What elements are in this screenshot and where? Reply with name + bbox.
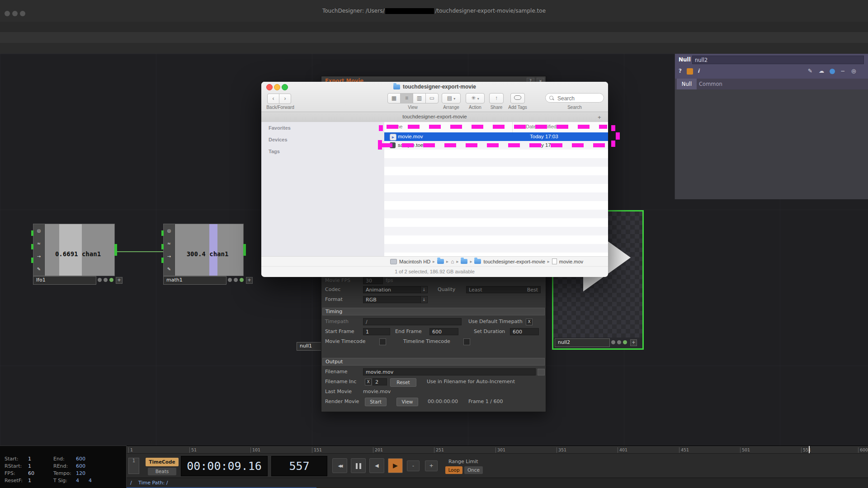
node-null2-label[interactable]: null2	[555, 338, 610, 347]
use-default-timepath-checkbox[interactable]: X	[526, 319, 533, 325]
view-movie-button[interactable]: View	[396, 398, 418, 406]
node-flag-dot[interactable]	[228, 278, 232, 282]
node-lfo1-label[interactable]: lfo1	[33, 276, 96, 285]
filename-field[interactable]: movie.mov	[363, 368, 536, 375]
pencil-icon[interactable]: ✎	[808, 68, 812, 74]
beats-mode-button[interactable]: Beats	[148, 468, 176, 475]
node-flag-dot[interactable]	[104, 278, 108, 282]
graph-icon[interactable]: ≈	[37, 241, 41, 246]
timecode-display[interactable]: 00:00:09.16	[181, 456, 268, 476]
folder-icon[interactable]	[437, 259, 444, 264]
path-item-disk[interactable]: Macintosh HD	[399, 259, 430, 264]
output-connector[interactable]	[114, 244, 117, 256]
rstart-value[interactable]: 1	[28, 463, 31, 469]
node-flag-dot[interactable]	[240, 278, 244, 282]
input-connector[interactable]	[31, 258, 33, 263]
rend-value[interactable]: 600	[76, 463, 85, 469]
arrow-icon[interactable]: →	[167, 254, 171, 259]
search-input[interactable]	[557, 94, 604, 103]
input-connector[interactable]	[31, 230, 33, 236]
node-add-button[interactable]: +	[630, 339, 637, 346]
share-button[interactable]: ↑	[489, 93, 504, 103]
node-flag-dot[interactable]	[234, 278, 238, 282]
tab-common[interactable]: Common	[697, 79, 725, 89]
fps-value[interactable]: 60	[28, 470, 34, 476]
sidebar-section-tags[interactable]: Tags	[269, 149, 280, 154]
new-tab-button[interactable]: +	[598, 114, 601, 121]
coverflow-view-button[interactable]: ▭	[425, 93, 439, 103]
node-math1-label[interactable]: math1	[163, 276, 226, 285]
dropdown-arrow-icon[interactable]: ↓	[420, 286, 427, 293]
timeline-ruler[interactable]: 1 51 101 151 201 251 301 351 401 451 501…	[127, 446, 868, 454]
home-icon[interactable]: ⌂	[451, 258, 454, 265]
node-flag-dot[interactable]	[98, 278, 102, 282]
finder-tab[interactable]: touchdesigner-export-movie	[261, 114, 608, 119]
dropdown-arrow-icon[interactable]: ↓	[420, 296, 427, 303]
empty-list-rows[interactable]	[384, 150, 608, 256]
pause-button[interactable]	[351, 458, 366, 473]
browse-file-icon[interactable]	[538, 369, 545, 375]
tab-null[interactable]: Null	[677, 79, 697, 89]
play-reverse-button[interactable]: ◀	[369, 458, 384, 473]
node-null1-label[interactable]: null1	[297, 342, 322, 351]
node-math1[interactable]: ◎ ≈ → ✎ 300.4 chan1	[163, 224, 244, 276]
back-button[interactable]: ‹	[267, 94, 279, 104]
once-button[interactable]: Once	[464, 466, 483, 474]
input-connector[interactable]	[161, 258, 164, 263]
tempo-value[interactable]: 120	[76, 470, 85, 476]
set-duration-field[interactable]: 600	[510, 328, 539, 335]
output-connector[interactable]	[243, 244, 246, 256]
loop-button[interactable]: Loop	[445, 466, 462, 474]
quality-slider[interactable]: Least Best	[466, 286, 541, 293]
frame-display[interactable]: 557	[271, 456, 327, 476]
arrange-button[interactable]: ▤ ▾	[442, 93, 461, 103]
play-button[interactable]: ▶	[388, 458, 403, 473]
input-connector[interactable]	[31, 244, 33, 249]
display-icon[interactable]: ◎	[37, 228, 41, 233]
minus-icon[interactable]: −	[840, 68, 845, 74]
path-item-file[interactable]: movie.mov	[559, 259, 583, 264]
timepath-field[interactable]: /	[363, 318, 462, 325]
tsig-value-2[interactable]: 4	[89, 478, 92, 483]
filename-inc-checkbox[interactable]: X	[365, 379, 372, 385]
reset-button[interactable]: Reset	[390, 378, 416, 387]
node-lfo1[interactable]: ◎ ≈ → ✎ 0.6691 chan1	[33, 224, 115, 276]
op-name-field[interactable]: null2	[692, 56, 864, 64]
folder-icon[interactable]	[461, 259, 467, 264]
movie-timecode-checkbox[interactable]	[379, 338, 386, 345]
tsig-value-1[interactable]: 4	[76, 478, 79, 483]
list-view-button[interactable]: ≡	[400, 93, 413, 103]
start-frame-field[interactable]: 1	[363, 328, 390, 335]
forward-button[interactable]: ›	[279, 94, 291, 104]
arrow-icon[interactable]: →	[37, 254, 41, 259]
time-path-slash[interactable]: /	[130, 478, 132, 488]
movie-fps-field[interactable]: 30	[363, 277, 383, 284]
sidebar-section-favorites[interactable]: Favorites	[269, 125, 291, 131]
globe-icon[interactable]	[830, 69, 835, 74]
step-forward-button[interactable]: +	[425, 460, 438, 471]
node-flag-dot[interactable]	[611, 340, 615, 344]
frame-one-marker[interactable]: 1	[128, 458, 139, 474]
sidebar-section-devices[interactable]: Devices	[269, 137, 288, 142]
help-icon[interactable]: ?	[679, 68, 682, 74]
resetf-value[interactable]: 1	[28, 478, 31, 483]
node-flag-dot[interactable]	[623, 340, 627, 344]
start-value[interactable]: 1	[28, 456, 31, 462]
end-value[interactable]: 600	[76, 456, 85, 462]
info-icon[interactable]: i	[698, 68, 699, 74]
search-field[interactable]	[545, 93, 604, 103]
timecode-mode-button[interactable]: TimeCode	[146, 458, 179, 466]
skip-to-start-button[interactable]: ◀◀	[332, 458, 347, 473]
node-add-button[interactable]: +	[116, 277, 123, 284]
step-back-button[interactable]: -	[407, 460, 420, 471]
node-add-button[interactable]: +	[246, 277, 253, 284]
codec-dropdown[interactable]: Animation ↓	[363, 286, 428, 293]
filename-inc-field[interactable]: 2	[373, 378, 387, 385]
graph-icon[interactable]: ≈	[167, 241, 171, 246]
node-flag-dot[interactable]	[109, 278, 113, 282]
end-frame-field[interactable]: 600	[429, 328, 458, 335]
node-flag-dot[interactable]	[617, 340, 621, 344]
input-connector[interactable]	[161, 244, 164, 249]
playhead[interactable]	[809, 446, 810, 454]
file-row-movie[interactable]: ▶ movie.mov Today 17:03	[384, 132, 608, 141]
